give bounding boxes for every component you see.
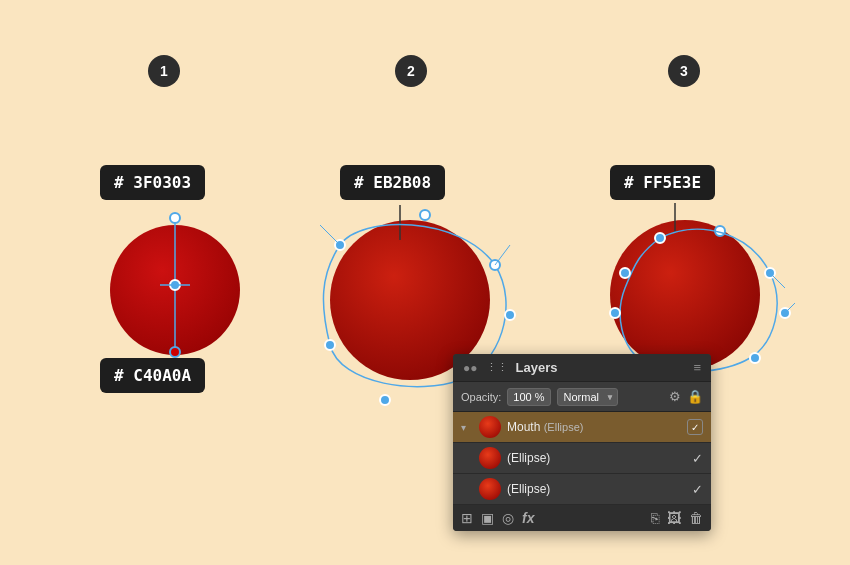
layer-row-ellipse-1[interactable]: (Ellipse) ✓ xyxy=(453,443,711,474)
svg-point-11 xyxy=(325,340,335,350)
svg-point-12 xyxy=(420,210,430,220)
layer-row-ellipse-2[interactable]: (Ellipse) ✓ xyxy=(453,474,711,505)
opacity-value[interactable]: 100 % xyxy=(507,388,550,406)
layer-row-mouth[interactable]: ▾ Mouth (Ellipse) ✓ xyxy=(453,412,711,443)
square-icon[interactable]: ▣ xyxy=(481,510,494,526)
layers-panel: ●● ⋮⋮ Layers ≡ Opacity: 100 % Normal ▼ ⚙… xyxy=(453,354,711,531)
svg-point-24 xyxy=(620,268,630,278)
layer-visibility-ellipse-1[interactable]: ✓ xyxy=(692,451,703,466)
layer-name-ellipse-1: (Ellipse) xyxy=(507,451,686,465)
lock-icon[interactable]: 🔒 xyxy=(687,389,703,404)
layers-panel-title: Layers xyxy=(516,360,686,375)
svg-line-14 xyxy=(495,245,510,265)
layer-thumb-ellipse-2 xyxy=(479,478,501,500)
layers-opacity-row: Opacity: 100 % Normal ▼ ⚙ 🔒 xyxy=(453,382,711,412)
layer-thumb-mouth xyxy=(479,416,501,438)
svg-line-13 xyxy=(320,225,340,245)
gear-icon[interactable]: ⚙ xyxy=(669,389,681,404)
svg-point-8 xyxy=(505,310,515,320)
blend-mode-wrapper: Normal ▼ xyxy=(557,387,618,406)
fx-icon[interactable]: fx xyxy=(522,510,534,526)
diagram-2-top-color: # EB2B08 xyxy=(340,165,445,200)
image-icon[interactable]: 🖼 xyxy=(667,510,681,526)
svg-line-25 xyxy=(770,273,785,288)
layers-minimize-icon[interactable]: ●● xyxy=(463,361,478,375)
step-1-circle: 1 xyxy=(148,55,180,87)
svg-point-3 xyxy=(170,347,180,357)
svg-point-23 xyxy=(610,308,620,318)
trash-icon[interactable]: 🗑 xyxy=(689,510,703,526)
layers-pin-icon[interactable]: ⋮⋮ xyxy=(486,361,508,374)
opacity-label: Opacity: xyxy=(461,391,501,403)
copy-icon[interactable]: ⎘ xyxy=(651,510,659,526)
layer-name-mouth: Mouth (Ellipse) xyxy=(507,420,681,434)
layers-footer: ⊞ ▣ ◎ fx ⎘ 🖼 🗑 xyxy=(453,505,711,531)
layer-name-ellipse-2: (Ellipse) xyxy=(507,482,686,496)
diagram-1-bottom-color: # C40A0A xyxy=(100,358,205,393)
svg-point-1 xyxy=(170,213,180,223)
svg-point-17 xyxy=(655,233,665,243)
step-2-circle: 2 xyxy=(395,55,427,87)
circle-icon[interactable]: ◎ xyxy=(502,510,514,526)
stack-icon[interactable]: ⊞ xyxy=(461,510,473,526)
layer-visibility-mouth[interactable]: ✓ xyxy=(687,419,703,435)
blend-mode-select[interactable]: Normal xyxy=(557,388,618,406)
svg-point-10 xyxy=(380,395,390,405)
step-3-circle: 3 xyxy=(668,55,700,87)
layer-thumb-ellipse-1 xyxy=(479,447,501,469)
layer-expand-icon[interactable]: ▾ xyxy=(461,422,473,433)
layer-visibility-ellipse-2[interactable]: ✓ xyxy=(692,482,703,497)
diagram-1-top-color: # 3F0303 xyxy=(100,165,205,200)
layers-menu-icon[interactable]: ≡ xyxy=(693,360,701,375)
diagram-3-top-color: # FF5E3E xyxy=(610,165,715,200)
svg-point-20 xyxy=(750,353,760,363)
layers-header: ●● ⋮⋮ Layers ≡ xyxy=(453,354,711,382)
